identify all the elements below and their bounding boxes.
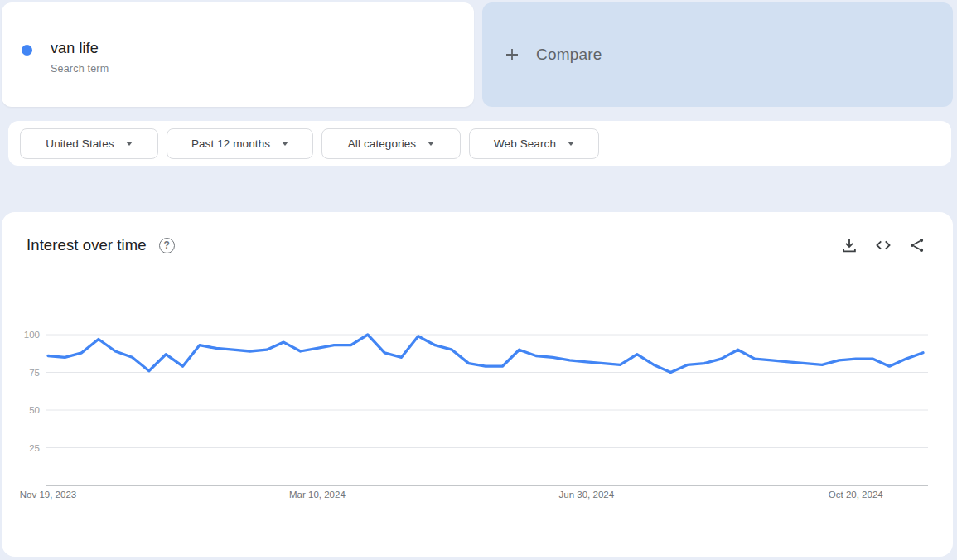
share-icon[interactable] xyxy=(908,236,926,254)
time-range-filter-dropdown[interactable]: Past 12 months xyxy=(167,128,313,159)
embed-code-icon[interactable] xyxy=(874,236,892,254)
chart-actions xyxy=(840,236,926,254)
y-axis-tick-label: 100 xyxy=(24,330,40,340)
search-term-type-label: Search term xyxy=(51,63,109,75)
plus-icon xyxy=(504,46,520,63)
region-filter-dropdown[interactable]: United States xyxy=(20,128,158,159)
x-axis-tick-label: Mar 10, 2024 xyxy=(289,490,346,500)
category-filter-label: All categories xyxy=(348,138,416,150)
chevron-down-icon xyxy=(126,142,133,146)
trend-line xyxy=(48,335,923,373)
chevron-down-icon xyxy=(428,142,434,146)
x-axis-tick-label: Nov 19, 2023 xyxy=(20,490,76,500)
x-axis-tick-label: Jun 30, 2024 xyxy=(559,490,615,500)
chevron-down-icon xyxy=(282,142,288,146)
chart-title: Interest over time xyxy=(27,236,147,254)
interest-line-chart[interactable]: 100755025Nov 19, 2023Mar 10, 2024Jun 30,… xyxy=(2,212,953,557)
compare-label: Compare xyxy=(536,46,602,64)
time-range-filter-label: Past 12 months xyxy=(191,138,270,150)
download-icon[interactable] xyxy=(840,236,858,254)
search-term-text: van life Search term xyxy=(51,40,109,75)
region-filter-label: United States xyxy=(46,138,114,150)
search-type-filter-dropdown[interactable]: Web Search xyxy=(469,128,599,159)
search-type-filter-label: Web Search xyxy=(494,138,556,150)
y-axis-tick-label: 25 xyxy=(29,443,40,453)
y-axis-tick-label: 75 xyxy=(29,368,40,378)
y-axis-tick-label: 50 xyxy=(29,405,40,415)
add-comparison-card[interactable]: Compare xyxy=(482,2,953,107)
chart-header: Interest over time ? xyxy=(27,232,926,258)
search-term-card: van life Search term xyxy=(2,2,474,107)
search-term-title: van life xyxy=(51,40,109,57)
series-color-dot xyxy=(22,45,32,56)
category-filter-dropdown[interactable]: All categories xyxy=(321,128,461,159)
interest-over-time-card: Interest over time ? xyxy=(2,212,953,557)
trends-explore-page: van life Search term Compare United Stat… xyxy=(0,0,957,560)
filter-bar: United States Past 12 months All categor… xyxy=(8,121,951,166)
chevron-down-icon xyxy=(568,142,574,146)
question-mark-icon[interactable]: ? xyxy=(159,238,175,253)
x-axis-tick-label: Oct 20, 2024 xyxy=(829,490,883,500)
